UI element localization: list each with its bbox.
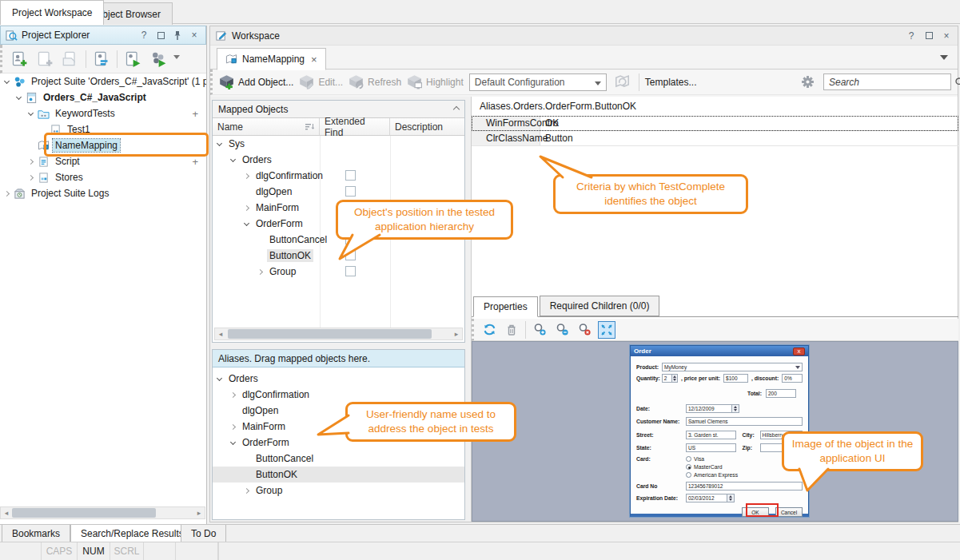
extended-find-checkbox[interactable]	[345, 170, 356, 181]
add-project-item-icon[interactable]	[9, 49, 30, 70]
workspace-icon	[215, 30, 227, 42]
tab-bookmarks[interactable]: Bookmarks	[2, 525, 70, 542]
configuration-combobox[interactable]: Default Configuration	[469, 73, 607, 91]
alias-row-label: dlgConfirmation	[240, 388, 312, 401]
highlight-label: Highlight	[426, 77, 464, 88]
close-icon[interactable]: ×	[940, 30, 953, 42]
refresh-image-icon[interactable]	[480, 321, 498, 339]
visa-label: Visa	[694, 456, 704, 462]
add-existing-item-icon[interactable]	[60, 49, 81, 70]
tree-item-namemapping[interactable]: NameMapping	[0, 137, 206, 153]
zoom-in-icon[interactable]	[531, 321, 548, 339]
help-icon[interactable]: ?	[905, 30, 918, 42]
collapse-panel-icon[interactable]	[454, 107, 459, 112]
refresh-button[interactable]: Refresh	[349, 74, 401, 89]
add-child-icon[interactable]: +	[192, 108, 198, 120]
help-icon[interactable]: ?	[137, 29, 150, 42]
organize-items-icon[interactable]	[91, 49, 112, 70]
aliases-header: Aliases. Drag mapped objects here.	[213, 350, 464, 367]
mapped-row-dlgconfirmation[interactable]: dlgConfirmation	[213, 168, 464, 184]
main-tab-strip: Project Workspace Object Browser	[0, 0, 960, 24]
property-name: WinFormsContro	[472, 116, 540, 130]
details-tab-strip: Properties Required Children (0/0)	[472, 295, 958, 317]
templates-button[interactable]: Templates...	[645, 77, 697, 88]
zoom-out-icon[interactable]	[553, 321, 571, 339]
tree-item-project-suite-logs[interactable]: Project Suite Logs	[0, 185, 206, 201]
order-close-icon: x	[793, 348, 805, 355]
search-input[interactable]	[829, 77, 954, 88]
mapped-row-group[interactable]: Group	[213, 264, 464, 280]
mapped-objects-title: Mapped Objects	[218, 104, 288, 115]
alias-row-buttoncancel[interactable]: ButtonCancel	[213, 451, 464, 467]
add-new-item-icon[interactable]	[34, 49, 55, 70]
alias-row-label: OrderForm	[240, 436, 292, 449]
mapped-row-label: Group	[267, 265, 298, 278]
project-tree-hscrollbar[interactable]: ◂▸	[0, 506, 205, 519]
mapped-objects-hscrollbar[interactable]: ◂▸	[214, 328, 463, 340]
tree-item-stores[interactable]: Stores	[0, 169, 206, 185]
highlight-button[interactable]: Highlight	[407, 74, 464, 89]
project-explorer-icon	[6, 30, 18, 42]
tree-item-script[interactable]: Script +	[0, 153, 206, 169]
sync-configuration-icon[interactable]	[612, 72, 633, 93]
property-row[interactable]: ClrClassName Button	[472, 131, 958, 146]
edit-button[interactable]: Edit...	[299, 74, 343, 89]
extended-find-checkbox[interactable]	[345, 186, 356, 197]
workspace-title: Workspace	[232, 30, 280, 42]
tree-item-project[interactable]: Orders_C#_JavaScript	[0, 89, 206, 105]
tab-search-replace-results[interactable]: Search/Replace Results	[70, 525, 194, 542]
run-project-icon[interactable]	[122, 49, 143, 70]
column-name[interactable]: Name	[213, 118, 320, 135]
run-project-suite-icon[interactable]	[148, 49, 169, 70]
extended-find-checkbox[interactable]	[345, 266, 356, 276]
mapped-row-sys[interactable]: Sys	[213, 136, 464, 152]
column-extended-find-label: Extended Find	[325, 116, 384, 138]
column-description[interactable]: Description	[390, 118, 464, 135]
close-tab-icon[interactable]: ×	[311, 54, 317, 66]
card-no-field: 123456789012	[686, 482, 803, 490]
alias-row-label: dlgOpen	[240, 404, 281, 417]
tab-namemapping-document[interactable]: NameMapping ×	[217, 48, 326, 70]
zoom-reset-icon[interactable]	[576, 321, 593, 339]
run-dropdown-icon[interactable]	[173, 55, 180, 62]
customer-name-field: Samuel Clemens	[686, 417, 803, 426]
add-child-icon[interactable]: +	[192, 156, 198, 168]
tab-required-children[interactable]: Required Children (0/0)	[540, 296, 660, 316]
search-icon	[954, 77, 960, 88]
alias-row-buttonok[interactable]: ButtonOK	[213, 467, 464, 483]
property-name: ClrClassName	[472, 131, 540, 145]
tab-todo[interactable]: To Do	[181, 525, 226, 542]
tree-item-project-suite[interactable]: Project Suite 'Orders_C#_JavaScript' (1 …	[0, 73, 206, 89]
maximize-icon[interactable]	[154, 29, 167, 42]
alias-row-dlgconfirmation[interactable]: dlgConfirmation	[213, 387, 464, 403]
pin-icon[interactable]	[171, 29, 184, 42]
doc-tab-label: NameMapping	[242, 54, 305, 65]
tab-project-workspace[interactable]: Project Workspace	[0, 0, 104, 25]
tab-properties[interactable]: Properties	[473, 296, 538, 317]
fit-to-window-icon[interactable]	[598, 321, 615, 339]
tab-properties-label: Properties	[484, 301, 528, 312]
property-value[interactable]: Button	[540, 133, 573, 144]
settings-gear-icon[interactable]	[797, 72, 818, 93]
mapped-row-dlgopen[interactable]: dlgOpen	[213, 184, 464, 200]
mapped-row-orders[interactable]: Orders	[213, 152, 464, 168]
delete-image-icon[interactable]	[503, 321, 520, 339]
refresh-icon	[349, 74, 364, 89]
callout-image-tail	[795, 467, 833, 494]
mapped-row-label: Orders	[240, 153, 274, 166]
alias-row-orders[interactable]: Orders	[213, 371, 464, 387]
column-extended-find[interactable]: Extended Find	[320, 118, 390, 135]
mapped-row-label: dlgConfirmation	[253, 169, 325, 182]
property-row[interactable]: WinFormsContro OK	[472, 116, 958, 131]
alias-row-group[interactable]: Group	[213, 483, 464, 498]
tab-list-dropdown-icon[interactable]	[940, 55, 948, 64]
maximize-icon[interactable]	[922, 30, 935, 42]
project-explorer-panel: Project Explorer ? × Project Suite 'Orde…	[0, 26, 207, 524]
close-icon[interactable]: ×	[188, 29, 201, 42]
card-radio-group: Visa MasterCard American Express	[686, 456, 738, 478]
property-value[interactable]: OK	[540, 117, 559, 129]
city-label: City:	[743, 432, 760, 438]
tree-item-keywordtests[interactable]: KeywordTests +	[0, 105, 206, 121]
add-object-button[interactable]: Add Object...	[219, 74, 293, 89]
tree-item-test1[interactable]: Test1	[0, 121, 206, 137]
